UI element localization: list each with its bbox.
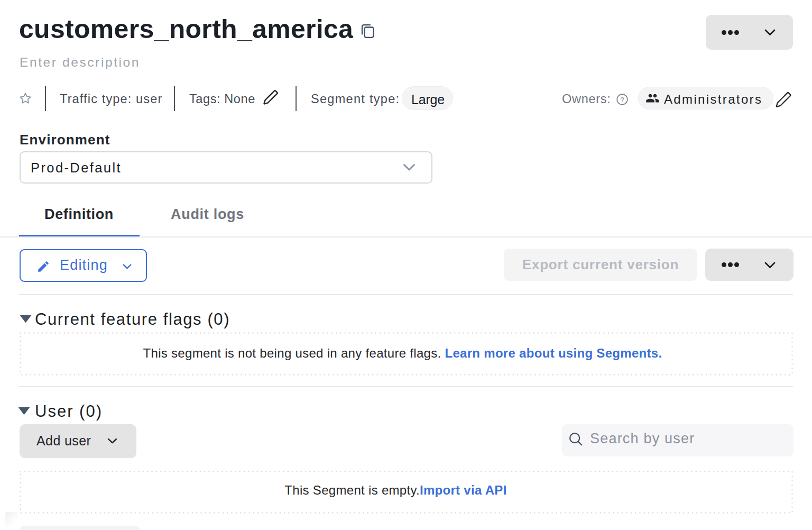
- svg-text:?: ?: [620, 96, 624, 104]
